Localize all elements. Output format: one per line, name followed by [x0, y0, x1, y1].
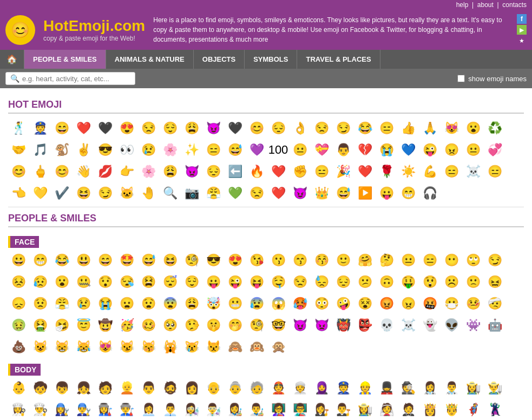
emoji-cell[interactable]: 😱: [268, 293, 288, 314]
emoji-cell[interactable]: 👶: [8, 378, 29, 398]
emoji-cell[interactable]: 😶: [441, 250, 462, 271]
emoji-cell[interactable]: 👨‍🔬: [203, 399, 224, 420]
emoji-cell[interactable]: 🐒: [51, 140, 72, 160]
emoji-cell[interactable]: 😑: [311, 161, 332, 182]
emoji-cell[interactable]: 😈: [203, 118, 224, 139]
emoji-cell[interactable]: 👨‍⚖️: [333, 399, 353, 420]
emoji-cell[interactable]: 🤩: [116, 250, 137, 271]
show-names-checkbox[interactable]: [457, 75, 465, 82]
emoji-cell[interactable]: 😺: [30, 337, 50, 357]
emoji-cell[interactable]: 😪: [116, 272, 137, 292]
emoji-cell[interactable]: 🧓: [246, 378, 267, 398]
emoji-cell[interactable]: 🤪: [333, 293, 353, 314]
emoji-cell[interactable]: 🧒: [30, 378, 50, 398]
emoji-cell[interactable]: 😠: [441, 140, 462, 160]
emoji-cell[interactable]: 👨‍🎨: [246, 399, 267, 420]
emoji-cell[interactable]: 😢: [73, 293, 94, 314]
emoji-cell[interactable]: 🥺: [160, 315, 180, 336]
emoji-cell[interactable]: 🤔: [376, 250, 397, 271]
emoji-cell[interactable]: 🤴: [441, 399, 462, 420]
emoji-cell[interactable]: ❤️: [268, 161, 288, 182]
emoji-cell[interactable]: 👩‍🏫: [268, 399, 288, 420]
emoji-cell[interactable]: 🙊: [268, 337, 288, 357]
emoji-cell[interactable]: 👩: [181, 378, 202, 398]
emoji-cell[interactable]: 👮: [333, 378, 353, 398]
emoji-cell[interactable]: 🌹: [376, 161, 397, 182]
header-icon-purple[interactable]: ★: [517, 36, 527, 45]
emoji-cell[interactable]: 👨‍🏭: [116, 399, 137, 420]
emoji-cell[interactable]: 🤑: [398, 272, 418, 292]
emoji-cell[interactable]: 😐: [290, 140, 310, 160]
emoji-cell[interactable]: 🧕: [311, 378, 332, 398]
emoji-cell[interactable]: 😟: [30, 293, 50, 314]
emoji-cell[interactable]: 🎧: [419, 183, 440, 204]
emoji-cell[interactable]: 👩‍💼: [138, 399, 159, 420]
emoji-cell[interactable]: 👩‍🍳: [8, 399, 29, 420]
emoji-cell[interactable]: 😼: [116, 337, 137, 357]
emoji-cell[interactable]: 🖕: [30, 161, 50, 182]
emoji-cell[interactable]: 😐: [463, 140, 483, 160]
emoji-cell[interactable]: 😹: [73, 337, 94, 357]
header-icon-green[interactable]: ▶: [517, 25, 527, 35]
emoji-cell[interactable]: 🐱: [116, 183, 137, 204]
emoji-cell[interactable]: 💝: [311, 140, 332, 160]
emoji-cell[interactable]: 😎: [203, 250, 224, 271]
emoji-cell[interactable]: 👍: [398, 118, 418, 139]
emoji-cell[interactable]: ⬅️: [225, 161, 245, 182]
emoji-cell[interactable]: 😆: [73, 183, 94, 204]
emoji-cell[interactable]: 😬: [225, 293, 245, 314]
emoji-cell[interactable]: 😻: [95, 337, 115, 357]
about-link[interactable]: about: [477, 1, 494, 9]
emoji-cell[interactable]: 💞: [484, 140, 505, 160]
emoji-cell[interactable]: 😿: [181, 337, 202, 357]
emoji-cell[interactable]: 🤯: [203, 293, 224, 314]
emoji-cell[interactable]: 👧: [73, 378, 94, 398]
emoji-cell[interactable]: 💛: [30, 183, 50, 204]
emoji-cell[interactable]: 💂: [376, 378, 397, 398]
emoji-cell[interactable]: 😜: [225, 272, 245, 292]
emoji-cell[interactable]: ☠️: [463, 161, 483, 182]
logo[interactable]: 😊: [5, 15, 35, 45]
help-link[interactable]: help: [456, 1, 469, 9]
emoji-cell[interactable]: 🙁: [463, 272, 483, 292]
emoji-cell[interactable]: 👀: [116, 140, 137, 160]
emoji-cell[interactable]: 😜: [419, 140, 440, 160]
emoji-cell[interactable]: 🤫: [203, 315, 224, 336]
emoji-cell[interactable]: 👩‍🌾: [463, 378, 483, 398]
emoji-cell[interactable]: 👌: [290, 118, 310, 139]
emoji-cell[interactable]: 😭: [95, 293, 115, 314]
site-title[interactable]: HotEmoji.com: [43, 17, 145, 34]
emoji-cell[interactable]: ☀️: [398, 161, 418, 182]
emoji-cell[interactable]: 😆: [160, 250, 180, 271]
show-names-label[interactable]: show emoji names: [468, 75, 527, 83]
emoji-cell[interactable]: 😤: [203, 183, 224, 204]
emoji-cell[interactable]: ❤️: [268, 183, 288, 204]
emoji-cell[interactable]: 🤗: [354, 250, 375, 271]
emoji-cell[interactable]: 😊: [8, 161, 29, 182]
emoji-cell[interactable]: 🕵️: [398, 378, 418, 398]
emoji-cell[interactable]: 👽: [441, 315, 462, 336]
emoji-cell[interactable]: 👴: [203, 378, 224, 398]
emoji-cell[interactable]: 🤬: [419, 293, 440, 314]
emoji-cell[interactable]: 👈: [8, 183, 29, 204]
emoji-cell[interactable]: 💜: [246, 140, 267, 160]
emoji-cell[interactable]: 😗: [268, 250, 288, 271]
emoji-cell[interactable]: 😏: [95, 183, 115, 204]
emoji-cell[interactable]: 👳: [290, 378, 310, 398]
emoji-cell[interactable]: 👨‍🍳: [30, 399, 50, 420]
emoji-cell[interactable]: 👩‍🌾: [354, 399, 375, 420]
emoji-cell[interactable]: 😈: [290, 315, 310, 336]
emoji-cell[interactable]: 😂: [51, 250, 72, 271]
emoji-cell[interactable]: 😞: [8, 293, 29, 314]
emoji-cell[interactable]: 😾: [203, 337, 224, 357]
emoji-cell[interactable]: 😛: [376, 183, 397, 204]
emoji-cell[interactable]: 😅: [225, 140, 245, 160]
emoji-cell[interactable]: 😌: [160, 118, 180, 139]
emoji-cell[interactable]: 🥵: [290, 293, 310, 314]
emoji-cell[interactable]: 🤠: [95, 315, 115, 336]
emoji-cell[interactable]: 👑: [311, 183, 332, 204]
emoji-cell[interactable]: 👩‍⚖️: [311, 399, 332, 420]
emoji-cell[interactable]: 😦: [116, 293, 137, 314]
emoji-cell[interactable]: 😥: [30, 272, 50, 292]
emoji-cell[interactable]: 😽: [138, 337, 159, 357]
